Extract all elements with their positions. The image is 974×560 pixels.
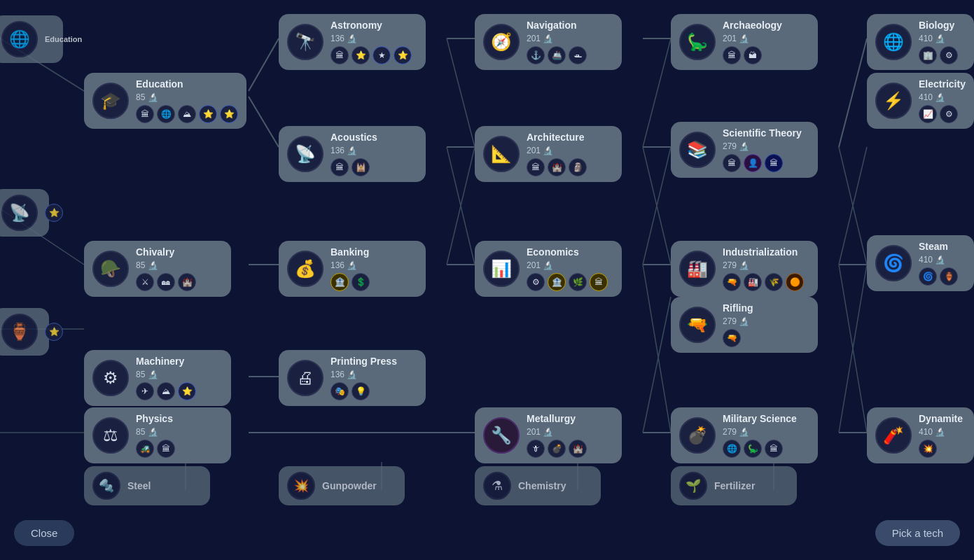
edu-sub2: 🌐 bbox=[157, 105, 175, 123]
dynamite-node[interactable]: 🧨 Dynamite 410 🔬 💥 bbox=[867, 407, 974, 463]
steam-sub2: 🏺 bbox=[940, 267, 958, 286]
biology-node[interactable]: 🌐 Biology 410 🔬 🏢 ⚙ bbox=[867, 14, 974, 70]
scientific-theory-name: Scientific Theory bbox=[723, 127, 802, 139]
archaeology-name: Archaeology bbox=[723, 20, 782, 31]
astronomy-node[interactable]: 🔭 Astronomy 136 🔬 🏛 ⭐ ★ ⭐ bbox=[279, 14, 426, 70]
chivalry-info: Chivalry 85 🔬 ⚔ 🏘 🏰 bbox=[136, 246, 196, 291]
ind-sub2: 🏭 bbox=[744, 273, 762, 291]
chemistry-node[interactable]: ⚗ Chemistry bbox=[475, 466, 601, 505]
partial-left-top[interactable]: 🌐 Education bbox=[0, 15, 63, 63]
dynamite-cost: 410 🔬 bbox=[919, 427, 963, 437]
banking-cost: 136 🔬 bbox=[331, 260, 370, 270]
chemistry-name: Chemistry bbox=[518, 480, 566, 491]
military-science-node[interactable]: 💣 Military Science 279 🔬 🌐 🦕 🏛 bbox=[671, 407, 818, 463]
partial-service-sub1: ⭐ bbox=[45, 204, 63, 222]
dynamite-info: Dynamite 410 🔬 💥 bbox=[919, 413, 963, 458]
navigation-info: Navigation 201 🔬 ⚓ 🚢 🛥 bbox=[527, 20, 587, 64]
svg-line-25 bbox=[643, 265, 671, 433]
astro-sub3: ★ bbox=[373, 46, 391, 64]
partial-casting-sub1: ⭐ bbox=[45, 323, 63, 341]
banking-sub-icons: 🏦 💲 bbox=[331, 273, 370, 291]
electricity-cost: 410 🔬 bbox=[919, 92, 966, 102]
machinery-sub-icons: ✈ ⛰ ⭐ bbox=[136, 382, 196, 400]
physics-icon: ⚖ bbox=[92, 417, 129, 454]
architecture-icon: 📐 bbox=[483, 136, 520, 172]
partial-casting-info: ⭐ bbox=[45, 323, 63, 341]
scientific-theory-cost: 279 🔬 bbox=[723, 141, 802, 151]
economics-node[interactable]: 📊 Economics 201 🔬 ⚙ 🏦 🌿 🏛 bbox=[475, 241, 622, 297]
physics-info: Physics 85 🔬 🚜 🏛 bbox=[136, 413, 175, 458]
svg-line-16 bbox=[447, 38, 475, 147]
mach-sub2: ⛰ bbox=[157, 382, 175, 400]
scientific-theory-icon: 📚 bbox=[679, 132, 716, 168]
scientific-theory-node[interactable]: 📚 Scientific Theory 279 🔬 🏛 👤 🏛 bbox=[671, 122, 818, 178]
industrialization-node[interactable]: 🏭 Industrialization 279 🔬 🔫 🏭 🌾 🟠 bbox=[671, 241, 818, 297]
education-cost: 85 🔬 bbox=[136, 92, 238, 102]
partial-left-casting[interactable]: 🏺 ⭐ bbox=[0, 308, 49, 356]
close-button[interactable]: Close bbox=[14, 520, 74, 546]
mil-sub1: 🌐 bbox=[723, 440, 741, 458]
edu-sub4: ⭐ bbox=[199, 105, 217, 123]
military-science-sub-icons: 🌐 🦕 🏛 bbox=[723, 440, 797, 458]
navigation-cost: 201 🔬 bbox=[527, 34, 587, 43]
svg-line-0 bbox=[249, 97, 279, 147]
met-sub2: 💣 bbox=[548, 440, 566, 458]
industrialization-cost: 279 🔬 bbox=[723, 260, 804, 270]
chemistry-icon: ⚗ bbox=[483, 472, 511, 500]
education-node[interactable]: 🎓 Education 85 🔬 🏛 🌐 ⛰ ⭐ ⭐ bbox=[84, 73, 246, 129]
rifling-info: Rifling 279 🔬 🔫 bbox=[723, 302, 753, 347]
chivalry-node[interactable]: 🪖 Chivalry 85 🔬 ⚔ 🏘 🏰 bbox=[84, 241, 231, 297]
phys-sub1: 🚜 bbox=[136, 440, 154, 458]
fertilizer-node[interactable]: 🌱 Fertilizer bbox=[671, 466, 797, 505]
dyn-sub1: 💥 bbox=[919, 440, 937, 458]
arch2-sub2: 🏔 bbox=[744, 46, 762, 64]
svg-line-23 bbox=[839, 147, 867, 265]
archaeology-sub-icons: 🏛 🏔 bbox=[723, 46, 782, 64]
archaeology-node[interactable]: 🦕 Archaeology 201 🔬 🏛 🏔 bbox=[671, 14, 818, 70]
archaeology-cost: 201 🔬 bbox=[723, 34, 782, 43]
gunpowder-node[interactable]: 💥 Gunpowder bbox=[279, 466, 405, 505]
steam-node[interactable]: 🌀 Steam 410 🔬 🌀 🏺 bbox=[867, 235, 974, 291]
steam-name: Steam bbox=[919, 241, 958, 252]
steel-name: Steel bbox=[127, 480, 151, 491]
electricity-node[interactable]: ⚡ Electricity 410 🔬 📈 ⚙ bbox=[867, 73, 974, 129]
astro-sub4: ⭐ bbox=[394, 46, 412, 64]
ind-sub1: 🔫 bbox=[723, 273, 741, 291]
metallurgy-node[interactable]: 🔧 Metallurgy 201 🔬 🗡 💣 🏰 bbox=[475, 407, 622, 463]
physics-node[interactable]: ⚖ Physics 85 🔬 🚜 🏛 bbox=[84, 407, 231, 463]
steam-info: Steam 410 🔬 🌀 🏺 bbox=[919, 241, 958, 286]
banking-node[interactable]: 💰 Banking 136 🔬 🏦 💲 bbox=[279, 241, 426, 297]
banking-icon: 💰 bbox=[287, 251, 323, 287]
architecture-name: Architecture bbox=[527, 132, 587, 143]
arch-sub3: 🗿 bbox=[569, 158, 587, 176]
physics-sub-icons: 🚜 🏛 bbox=[136, 440, 175, 458]
chiv-sub1: ⚔ bbox=[136, 273, 154, 291]
biology-info: Biology 410 🔬 🏢 ⚙ bbox=[919, 20, 958, 64]
rifling-node[interactable]: 🔫 Rifling 279 🔬 🔫 bbox=[671, 297, 818, 353]
architecture-node[interactable]: 📐 Architecture 201 🔬 🏛 🏰 🗿 bbox=[475, 126, 622, 182]
chivalry-icon: 🪖 bbox=[92, 251, 129, 287]
astro-sub1: 🏛 bbox=[331, 46, 349, 64]
metallurgy-cost: 201 🔬 bbox=[527, 427, 587, 437]
scientific-theory-sub-icons: 🏛 👤 🏛 bbox=[723, 154, 802, 172]
acoustics-sub-icons: 🏛 🕍 bbox=[331, 158, 377, 176]
steel-icon: 🔩 bbox=[92, 472, 120, 500]
acoustics-info: Acoustics 136 🔬 🏛 🕍 bbox=[331, 132, 377, 176]
pick-tech-button[interactable]: Pick a tech bbox=[875, 520, 960, 546]
econ-sub3: 🌿 bbox=[569, 273, 587, 291]
machinery-node[interactable]: ⚙ Machinery 85 🔬 ✈ ⛰ ⭐ bbox=[84, 350, 231, 406]
economics-cost: 201 🔬 bbox=[527, 260, 608, 270]
education-name: Education bbox=[136, 78, 238, 90]
acoustics-node[interactable]: 📡 Acoustics 136 🔬 🏛 🕍 bbox=[279, 126, 426, 182]
partial-top-info: Education bbox=[45, 35, 82, 43]
navigation-node[interactable]: 🧭 Navigation 201 🔬 ⚓ 🚢 🛥 bbox=[475, 14, 622, 70]
pp-sub1: 🎭 bbox=[331, 382, 349, 400]
econ-sub1: ⚙ bbox=[527, 273, 545, 291]
banking-name: Banking bbox=[331, 246, 370, 258]
svg-line-18 bbox=[447, 147, 475, 265]
steel-node[interactable]: 🔩 Steel bbox=[84, 466, 210, 505]
partial-left-service[interactable]: 📡 ⭐ bbox=[0, 189, 49, 237]
svg-line-1 bbox=[249, 38, 279, 91]
education-info: Education 85 🔬 🏛 🌐 ⛰ ⭐ ⭐ bbox=[136, 78, 238, 123]
printing-press-node[interactable]: 🖨 Printing Press 136 🔬 🎭 💡 bbox=[279, 350, 426, 406]
